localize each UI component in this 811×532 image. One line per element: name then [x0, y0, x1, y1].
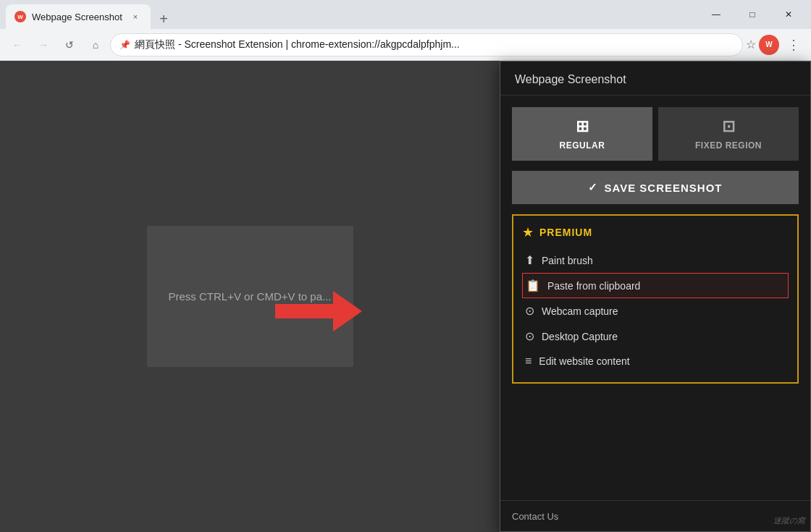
- popup-header: Webpage Screenshot: [500, 62, 810, 96]
- arrow-head: [333, 291, 362, 332]
- edit-website-label: Edit website content: [539, 355, 629, 367]
- page-left: Press CTRL+V or CMD+V to pa...: [0, 61, 500, 532]
- maximize-button[interactable]: □: [736, 4, 769, 25]
- address-bar: ← → ↺ ⌂ 📌 網頁快照 - Screenshot Extension | …: [0, 29, 811, 61]
- fixed-region-mode-button[interactable]: ⊡ FIXED REGION: [658, 107, 799, 161]
- edit-icon: ≡: [525, 355, 531, 368]
- paste-from-clipboard-item[interactable]: 📋 Paste from clipboard: [522, 273, 789, 298]
- extension-icon[interactable]: W: [759, 35, 779, 55]
- back-button[interactable]: ←: [6, 33, 29, 56]
- webcam-icon: ⊙: [525, 304, 534, 318]
- paint-brush-item[interactable]: ⬆ Paint brush: [522, 248, 789, 273]
- contact-us-link[interactable]: Contact Us: [512, 511, 558, 522]
- premium-star-icon: ★: [522, 224, 534, 240]
- paint-brush-label: Paint brush: [542, 255, 593, 266]
- popup-title: Webpage Screenshot: [515, 73, 626, 85]
- desktop-capture-label: Desktop Capture: [542, 331, 618, 342]
- fixed-region-label: FIXED REGION: [695, 140, 762, 151]
- extension-popup: Webpage Screenshot ⊞ REGULAR ⊡ FIXED REG…: [500, 61, 811, 532]
- premium-header: ★ PREMIUM: [522, 224, 789, 240]
- regular-mode-button[interactable]: ⊞ REGULAR: [512, 107, 652, 161]
- reload-button[interactable]: ↺: [58, 33, 81, 56]
- browser-frame: W Webpage Screenshot × + — □ ✕ ← → ↺ ⌂ 📌…: [0, 0, 811, 532]
- home-button[interactable]: ⌂: [84, 33, 107, 56]
- premium-label: PREMIUM: [539, 227, 592, 238]
- desktop-icon: ⊙: [525, 329, 534, 343]
- red-arrow: [275, 291, 362, 332]
- popup-body: ⊞ REGULAR ⊡ FIXED REGION ✓ SAVE SCREENSH…: [500, 96, 810, 500]
- save-check-icon: ✓: [588, 181, 598, 194]
- arrow-body: [275, 304, 333, 318]
- chrome-menu-button[interactable]: ⋮: [782, 33, 805, 56]
- webcam-capture-label: Webcam capture: [542, 305, 618, 317]
- regular-mode-label: REGULAR: [560, 140, 605, 151]
- page-content: Press CTRL+V or CMD+V to pa... Webpage S…: [0, 61, 811, 532]
- bookmark-button[interactable]: ☆: [746, 38, 756, 51]
- url-text: 網頁快照 - Screenshot Extension | chrome-ext…: [135, 38, 734, 51]
- window-controls: — □ ✕: [699, 4, 805, 25]
- new-tab-button[interactable]: +: [154, 9, 174, 29]
- lock-icon: 📌: [119, 40, 130, 50]
- address-bar-input[interactable]: 📌 網頁快照 - Screenshot Extension | chrome-e…: [110, 33, 743, 56]
- arrow-annotation: [275, 291, 362, 332]
- paint-brush-icon: ⬆: [525, 253, 534, 267]
- webcam-capture-item[interactable]: ⊙ Webcam capture: [522, 298, 789, 324]
- close-button[interactable]: ✕: [772, 4, 805, 25]
- regular-mode-icon: ⊞: [576, 117, 589, 136]
- title-bar: W Webpage Screenshot × + — □ ✕: [0, 0, 811, 29]
- forward-button[interactable]: →: [32, 33, 55, 56]
- contact-area: Contact Us: [500, 500, 810, 531]
- active-tab[interactable]: W Webpage Screenshot ×: [6, 4, 151, 29]
- tab-title: Webpage Screenshot: [32, 12, 123, 22]
- edit-website-item[interactable]: ≡ Edit website content: [522, 349, 789, 373]
- tabs-area: W Webpage Screenshot × +: [6, 0, 699, 29]
- fixed-region-icon: ⊡: [722, 117, 736, 136]
- desktop-capture-item[interactable]: ⊙ Desktop Capture: [522, 324, 789, 349]
- save-screenshot-button[interactable]: ✓ SAVE SCREENSHOT: [512, 171, 799, 204]
- tab-favicon: W: [14, 11, 26, 22]
- tab-close-button[interactable]: ×: [129, 10, 142, 23]
- watermark: 迷蹤の窩: [773, 515, 805, 526]
- save-label: SAVE SCREENSHOT: [604, 182, 722, 194]
- paste-from-clipboard-label: Paste from clipboard: [547, 280, 640, 292]
- minimize-button[interactable]: —: [699, 4, 733, 25]
- premium-section: ★ PREMIUM ⬆ Paint brush 📋 Paste from cli…: [512, 214, 799, 384]
- capture-modes: ⊞ REGULAR ⊡ FIXED REGION: [512, 107, 799, 161]
- clipboard-icon: 📋: [526, 279, 540, 292]
